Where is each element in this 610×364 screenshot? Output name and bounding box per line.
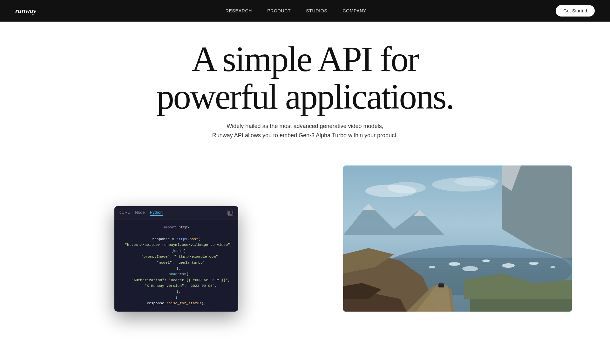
- svg-point-31: [454, 176, 499, 186]
- get-started-button[interactable]: Get Started: [556, 5, 595, 17]
- media-section: cURL Node Python import httpx response =…: [0, 165, 610, 312]
- svg-rect-24: [439, 283, 444, 285]
- code-line: },: [119, 289, 233, 295]
- code-panel-header: cURL Node Python: [114, 206, 238, 219]
- code-tabs: cURL Node Python: [119, 209, 163, 216]
- navbar: runway RESEARCH PRODUCT STUDIOS COMPANY …: [0, 0, 610, 22]
- code-line: "Authorization": "Bearer {{ YOUR API KEY…: [119, 277, 233, 283]
- code-body: import httpx response = httpx.post( "htt…: [114, 219, 238, 311]
- hero-subtitle: Widely hailed as the most advanced gener…: [194, 122, 416, 140]
- code-line: "https://api.dev.runwayml.com/v1/image_t…: [119, 242, 233, 248]
- landscape-image: [343, 165, 572, 312]
- svg-point-9: [482, 260, 490, 262]
- hero-title: A simple API for powerful applications.: [0, 41, 610, 115]
- tab-node[interactable]: Node: [135, 209, 145, 216]
- code-line: response.raise_for_status(): [119, 300, 233, 306]
- code-line: "promptImage": "http://example.com",: [119, 254, 233, 260]
- svg-point-8: [449, 262, 460, 266]
- code-line: "model": "gen3a_turbo": [119, 260, 233, 266]
- code-line: json={: [119, 248, 233, 254]
- svg-point-13: [550, 266, 555, 268]
- code-line: "X-Runway-Version": "2023-09-06",: [119, 283, 233, 289]
- code-line: },: [119, 266, 233, 271]
- copy-icon[interactable]: [227, 210, 233, 216]
- hero-section: A simple API for powerful applications. …: [0, 0, 610, 312]
- nav-studios[interactable]: STUDIOS: [306, 8, 327, 13]
- nav-links: RESEARCH PRODUCT STUDIOS COMPANY: [226, 8, 366, 13]
- logo[interactable]: runway: [15, 7, 36, 15]
- svg-rect-33: [229, 211, 232, 214]
- hero-title-container: A simple API for powerful applications. …: [0, 22, 610, 146]
- nav-company[interactable]: COMPANY: [342, 8, 366, 13]
- code-line: ): [119, 295, 233, 300]
- svg-point-29: [388, 182, 426, 193]
- tab-curl[interactable]: cURL: [119, 209, 130, 216]
- nav-product[interactable]: PRODUCT: [267, 8, 291, 13]
- tab-python[interactable]: Python: [150, 209, 163, 216]
- code-line: response = httpx.post(: [119, 236, 233, 242]
- nav-research[interactable]: RESEARCH: [226, 8, 252, 13]
- code-line: headers={: [119, 271, 233, 277]
- code-line: import httpx: [119, 225, 233, 230]
- code-panel: cURL Node Python import httpx response =…: [114, 206, 238, 311]
- svg-point-12: [429, 266, 435, 268]
- code-line: [119, 231, 233, 236]
